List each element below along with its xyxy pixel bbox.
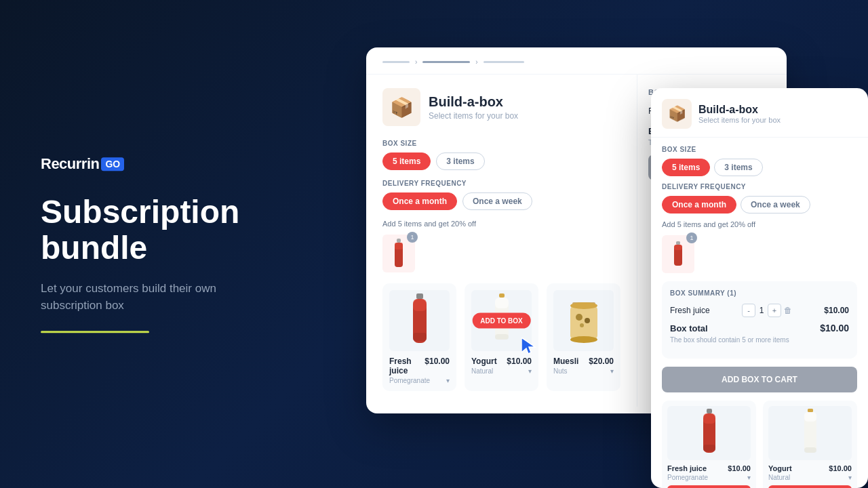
muesli-jar-svg-back [567,297,601,344]
selected-items-back: 1 [382,235,620,272]
breadcrumb-bar: › › [366,47,787,75]
cards-container: › › 📦 Build-a-box Select items for your … [353,47,868,441]
front-size-options: 5 items 3 items [662,159,857,176]
svg-point-14 [570,302,597,309]
svg-rect-11 [495,334,509,340]
chevron-down-juice-back[interactable]: ▾ [446,377,450,384]
front-add-to-box-yogurt-btn[interactable]: ADD TO BOX [768,485,852,488]
size-3-btn-back[interactable]: 3 items [436,152,484,170]
front-chevron-juice[interactable]: ▾ [747,474,751,481]
juice-bottle-svg-back [410,293,430,348]
chevron-down-muesli-back[interactable]: ▾ [610,367,614,375]
front-summary-title: BOX SUMMARY (1) [670,289,849,297]
bottle-icon-small [393,239,405,268]
page-header: 📦 Build-a-box Select items for your box [382,88,620,126]
front-qty-plus-btn[interactable]: + [768,304,781,317]
front-qty-minus-btn[interactable]: - [742,304,755,317]
headline: Subscription bundle [41,195,258,266]
product-card-juice-back: Fresh juice $10.00 Pomegranate ▾ [382,283,456,391]
product-name-juice-back: Fresh juice [389,357,425,375]
svg-rect-13 [570,306,597,340]
front-product-price-juice: $10.00 [728,464,751,472]
front-product-name-yogurt: Yogurt [768,464,792,472]
front-header-text: Build-a-box Select items for your box [698,104,781,124]
front-juice-svg [701,409,718,458]
front-promo: Add 5 items and get 20% off [662,220,857,228]
front-add-to-box-juice-btn[interactable]: ADD TO BOX [667,485,751,488]
svg-rect-10 [495,298,509,308]
cursor-svg [521,338,538,357]
front-size-3-btn[interactable]: 3 items [714,159,762,176]
svg-rect-5 [413,299,427,311]
svg-rect-0 [397,239,401,243]
product-variant-muesli-back: Nuts [553,367,568,375]
card-front: 📦 Build-a-box Select items for your box … [651,88,868,488]
front-box-total-label: Box total [670,323,708,333]
front-summary-section: BOX SUMMARY (1) Fresh juice - 1 + 🗑 $10.… [662,281,857,359]
logo-text: Recurrin [41,155,99,173]
front-product-card-yogurt: Yogurt $10.00 Natural ▾ ADD TO BOX [763,401,857,488]
front-product-name-row-yogurt: Yogurt $10.00 [768,464,852,472]
front-monthly-btn[interactable]: Once a month [662,196,736,214]
front-variant-yogurt: Natural [768,474,790,481]
front-summary-item-name: Fresh juice [670,306,710,315]
front-product-img-juice [667,406,751,460]
product-img-yogurt-back: ADD TO BOX [471,290,532,351]
front-thumb-badge: 1 [686,232,697,243]
product-name-muesli-back: Muesli [553,357,578,366]
front-size-5-btn[interactable]: 5 items [662,159,710,176]
weekly-btn-back[interactable]: Once a week [462,192,532,210]
front-selected-thumb: 1 [662,235,694,273]
left-panel: RecurrinGO Subscription bundle Let your … [41,155,258,333]
add-to-box-yogurt-btn-back[interactable]: ADD TO BOX [472,313,531,329]
front-box-size-label: Box size [662,146,857,153]
product-name-row-muesli-back: Muesli $20.00 [553,357,614,366]
svg-point-16 [576,314,583,321]
front-box-total-row: Box total $10.00 [670,323,849,333]
front-box-warning: The box should contain 5 or more items [670,336,849,344]
front-chevron-yogurt[interactable]: ▾ [848,474,852,481]
back-left-panel: 📦 Build-a-box Select items for your box … [366,75,637,407]
front-weekly-btn[interactable]: Once a week [741,196,810,214]
product-variant-row-muesli-back: Nuts ▾ [553,367,614,375]
subtext: Let your customers build their own subsc… [41,280,258,314]
product-img-muesli-back [553,290,614,351]
product-name-yogurt-back: Yogurt [471,357,497,366]
box-size-label-back: Box size [382,140,620,147]
svg-rect-21 [674,245,682,250]
front-product-price-yogurt: $10.00 [829,464,852,472]
product-name-row-yogurt-back: Yogurt $10.00 [471,357,532,366]
front-variant-juice: Pomegranate [667,474,708,481]
front-summary-item: Fresh juice - 1 + 🗑 $10.00 [670,304,849,317]
svg-marker-7 [521,338,535,354]
add-box-to-cart-btn[interactable]: ADD BOX TO CART [662,367,857,392]
svg-rect-29 [804,447,816,453]
cursor-arrow [521,338,542,358]
front-product-img-yogurt [768,406,852,460]
back-page-subtitle: Select items for your box [429,111,518,121]
products-grid-back: Fresh juice $10.00 Pomegranate ▾ ADD TO … [382,283,620,391]
trash-icon[interactable]: 🗑 [784,306,792,315]
selected-thumb-back: 1 [382,235,415,272]
svg-rect-19 [676,241,680,245]
breadcrumb-line-1 [382,61,410,63]
product-variant-yogurt-back: Natural [471,367,493,375]
product-card-muesli-back: Muesli $20.00 Nuts ▾ [547,283,620,391]
monthly-btn-back[interactable]: Once a month [382,192,457,210]
svg-rect-8 [499,293,505,298]
svg-rect-3 [416,293,423,299]
breadcrumb-arrow-2: › [475,58,477,66]
logo-go: GO [101,157,124,171]
front-yogurt-svg [802,409,819,458]
size-5-btn-back[interactable]: 5 items [382,152,431,170]
product-price-muesli-back: $20.00 [589,357,614,366]
delivery-options-back: Once a month Once a week [382,192,620,210]
thumb-badge: 1 [407,232,418,243]
front-body: Box size 5 items 3 items Delivery freque… [651,138,868,488]
svg-point-18 [580,323,584,327]
product-price-juice-back: $10.00 [425,357,450,366]
page-header-text: Build-a-box Select items for your box [429,94,518,121]
front-variant-row-juice: Pomegranate ▾ [667,474,751,481]
chevron-down-yogurt-back[interactable]: ▾ [528,367,532,375]
svg-rect-6 [413,333,427,341]
